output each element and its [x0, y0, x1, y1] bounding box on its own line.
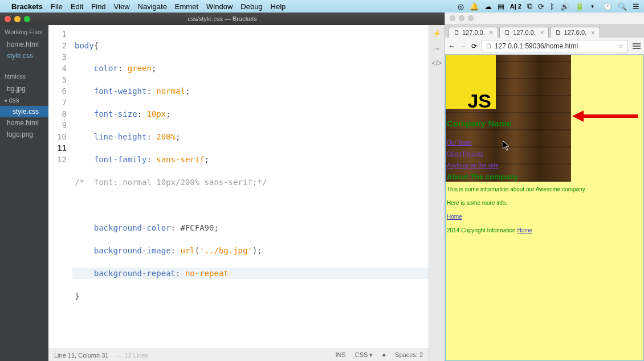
- browser-tab[interactable]: 🗋 127.0.0.×: [499, 27, 549, 38]
- box-icon[interactable]: ▤: [498, 2, 504, 11]
- nav-link[interactable]: Client Projects: [447, 149, 499, 160]
- brackets-titlebar: css/style.css — Brackets: [0, 13, 445, 25]
- browser-tab[interactable]: 🗋 127.0.0.×: [449, 27, 498, 38]
- tree-file[interactable]: bg.jpg: [0, 83, 48, 95]
- page-icon: 🗋: [486, 42, 492, 50]
- reload-icon[interactable]: ⟳: [471, 42, 477, 50]
- menu-emmet[interactable]: Emmet: [175, 2, 198, 11]
- annotation-arrow-icon: [572, 108, 641, 125]
- zoom-button[interactable]: [24, 16, 30, 22]
- cursor-icon: [503, 141, 511, 151]
- menu-window[interactable]: Window: [206, 2, 233, 11]
- live-preview-icon[interactable]: ⚡: [433, 30, 441, 38]
- back-icon[interactable]: ←: [449, 42, 455, 50]
- mac-menubar: Brackets File Edit Find View Navigate Em…: [0, 0, 644, 13]
- tree-file-active[interactable]: style.css: [0, 106, 48, 117]
- battery-icon[interactable]: 🔋: [575, 2, 584, 11]
- about-heading: About The company: [447, 171, 518, 183]
- status-indicator: ●: [382, 351, 386, 359]
- address-bar[interactable]: 🗋 127.0.0.1:59036/home.html ☆: [482, 40, 628, 52]
- svg-marker-2: [503, 141, 509, 150]
- page-paragraph: This is some information about our Aweso…: [447, 184, 642, 195]
- menubar-status-icons: ◎ 🔔 ☁ ▤ A| 2 ⧉ ⟳ ᛒ 🔊 🔋 ᯤ 🕐 🔍 ☰: [458, 2, 639, 11]
- minimize-button[interactable]: [14, 16, 21, 22]
- js-logo: JS: [446, 55, 496, 109]
- sync-icon[interactable]: ⟳: [538, 2, 544, 11]
- code-editor[interactable]: 123456789101112 body{ color: green; font…: [48, 25, 429, 348]
- brackets-window: css/style.css — Brackets Working Files h…: [0, 13, 445, 361]
- menu-file[interactable]: File: [51, 2, 63, 11]
- window-title: css/style.css — Brackets: [188, 15, 257, 22]
- working-files-header: Working Files: [0, 25, 48, 39]
- dropbox-icon[interactable]: ⧉: [527, 2, 532, 11]
- chrome-menu-icon[interactable]: [633, 43, 641, 49]
- chrome-traffic: [445, 13, 644, 24]
- project-header[interactable]: htmlcss: [0, 69, 48, 83]
- tab-strip: 🗋 127.0.0.× 🗋 127.0.0.× 🗋 127.0.0.×: [445, 24, 644, 38]
- menu-debug[interactable]: Debug: [241, 2, 262, 11]
- bookmark-star-icon[interactable]: ☆: [618, 42, 624, 50]
- bluetooth-icon[interactable]: ᛒ: [550, 2, 555, 11]
- footer-text: 2014 Copyright Information Home: [447, 225, 642, 236]
- wifi-icon[interactable]: ᯤ: [590, 2, 597, 11]
- page-paragraph: Here is some more info.: [447, 198, 642, 209]
- volume-icon[interactable]: 🔊: [560, 2, 569, 11]
- tab-close-icon[interactable]: ×: [490, 29, 493, 36]
- menu-edit[interactable]: Edit: [71, 2, 83, 11]
- rendered-page: JS Company Name Our Team Client Projects…: [445, 55, 644, 361]
- status-spaces[interactable]: Spaces: 2: [395, 351, 423, 359]
- menu-view[interactable]: View: [114, 2, 130, 11]
- siri-icon[interactable]: ◎: [458, 2, 464, 11]
- close-button[interactable]: [5, 16, 11, 22]
- url-text: 127.0.0.1:59036/home.html: [495, 42, 578, 50]
- clock-icon[interactable]: 🕐: [603, 2, 612, 11]
- company-heading: Company Name: [447, 118, 511, 129]
- code-content[interactable]: body{ color: green; font-weight: normal;…: [72, 25, 429, 348]
- svg-marker-1: [572, 110, 584, 122]
- brackets-right-rail: ⚡ ▫▫ </>: [429, 25, 445, 361]
- forward-icon[interactable]: →: [460, 42, 467, 50]
- tab-close-icon[interactable]: ×: [591, 29, 594, 36]
- list-icon[interactable]: ☰: [633, 2, 639, 11]
- chrome-window: 🗋 127.0.0.× 🗋 127.0.0.× 🗋 127.0.0.× ← → …: [445, 13, 644, 361]
- browser-toolbar: ← → ⟳ 🗋 127.0.0.1:59036/home.html ☆: [445, 38, 644, 55]
- tab-close-icon[interactable]: ×: [540, 29, 544, 36]
- adobe-icon[interactable]: A| 2: [510, 3, 521, 10]
- tree-file[interactable]: home.html: [0, 117, 48, 129]
- page-background-image: JS Company Name Our Team Client Projects…: [446, 55, 571, 182]
- nav-link[interactable]: Anything en the side: [447, 160, 499, 171]
- menubar-app-name[interactable]: Brackets: [11, 2, 43, 11]
- status-cursor-pos: Line 11, Column 31: [54, 352, 108, 359]
- menu-navigate[interactable]: Navigate: [138, 2, 167, 11]
- chrome-min-icon[interactable]: [459, 15, 464, 21]
- tree-folder[interactable]: css: [0, 95, 48, 106]
- brackets-sidebar: Working Files home.html style.css htmlcs…: [0, 25, 48, 361]
- nav-link[interactable]: Our Team: [447, 137, 499, 149]
- menu-help[interactable]: Help: [271, 2, 286, 11]
- code-icon[interactable]: </>: [432, 59, 442, 67]
- working-file[interactable]: home.html: [0, 39, 48, 50]
- search-icon[interactable]: 🔍: [618, 2, 627, 11]
- status-lang[interactable]: CSS ▾: [355, 351, 373, 359]
- bell-icon[interactable]: 🔔: [470, 2, 479, 11]
- status-bar: Line 11, Column 31 — 12 Lines INS CSS ▾ …: [48, 348, 429, 361]
- browser-tab[interactable]: 🗋 127.0.0.×: [550, 27, 600, 38]
- chrome-close-icon[interactable]: [450, 15, 455, 21]
- extensions-icon[interactable]: ▫▫: [434, 44, 439, 52]
- home-link[interactable]: Home: [447, 211, 642, 223]
- status-lines: — 12 Lines: [116, 352, 148, 359]
- footer-home-link[interactable]: Home: [517, 227, 532, 233]
- working-file[interactable]: style.css: [0, 50, 48, 61]
- cloud-icon[interactable]: ☁: [484, 2, 492, 11]
- nav-links: Our Team Client Projects Anything en the…: [447, 137, 499, 171]
- menu-find[interactable]: Find: [91, 2, 105, 11]
- status-ins[interactable]: INS: [335, 351, 345, 359]
- chrome-zoom-icon[interactable]: [468, 15, 474, 21]
- tree-file[interactable]: logo.png: [0, 129, 48, 140]
- line-gutter: 123456789101112: [48, 25, 72, 348]
